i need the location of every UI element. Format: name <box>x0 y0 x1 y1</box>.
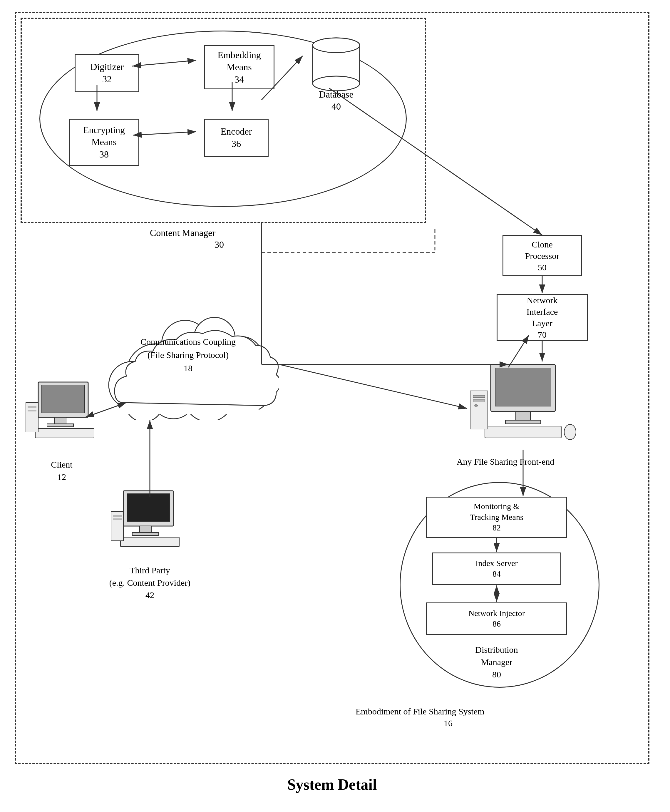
encoder-box: Encoder 36 <box>204 119 269 157</box>
digitizer-box: Digitizer 32 <box>74 54 139 92</box>
svg-rect-14 <box>473 400 485 402</box>
network-injector-box: Network Injector 86 <box>426 602 567 635</box>
third-party-computer <box>109 488 191 558</box>
svg-rect-35 <box>28 410 36 411</box>
clone-processor-num: 50 <box>538 262 546 273</box>
distribution-manager-label: DistributionManager 80 <box>420 644 573 681</box>
svg-rect-13 <box>473 395 485 398</box>
encrypting-means-box: EncryptingMeans 38 <box>69 119 139 166</box>
svg-point-3 <box>313 38 360 52</box>
encoder-num: 36 <box>232 138 241 150</box>
svg-rect-7 <box>495 368 551 406</box>
svg-point-15 <box>475 404 477 407</box>
network-injector-num: 86 <box>492 619 501 629</box>
any-file-sharing-label: Any File Sharing Front-end <box>450 455 561 468</box>
embodiment-label: Embodiment of File Sharing System <box>355 705 484 718</box>
svg-rect-34 <box>28 406 36 408</box>
svg-rect-37 <box>127 494 170 522</box>
network-injector-label: Network Injector <box>469 608 525 619</box>
index-server-num: 84 <box>492 568 501 579</box>
communications-coupling-label: Communications Coupling(File Sharing Pro… <box>140 337 236 360</box>
svg-rect-43 <box>113 518 122 520</box>
svg-rect-31 <box>47 424 73 427</box>
monitoring-tracking-num: 82 <box>492 523 501 533</box>
clone-processor-label: CloneProcessor <box>525 239 560 262</box>
index-server-box: Index Server 84 <box>432 553 561 585</box>
nil-label: NetworkInterfaceLayer <box>526 294 558 329</box>
svg-rect-10 <box>485 426 561 438</box>
embodiment-num: 16 <box>444 717 453 729</box>
third-party-label: Third Party(e.g. Content Provider) 42 <box>88 564 211 601</box>
svg-rect-9 <box>506 420 541 424</box>
svg-rect-38 <box>140 526 151 533</box>
embedding-means-num: 34 <box>235 73 244 86</box>
client-label: Client 12 <box>38 458 85 483</box>
page-title: System Detail <box>15 776 650 793</box>
content-manager-label: Content Manager <box>150 226 215 240</box>
digitizer-num: 32 <box>102 73 112 86</box>
svg-rect-39 <box>132 533 159 535</box>
client-computer <box>24 379 106 450</box>
database-icon: Database 40 <box>310 36 363 95</box>
svg-rect-32 <box>35 428 94 438</box>
content-manager-num: 30 <box>215 238 224 251</box>
database-num: 40 <box>332 101 341 112</box>
encrypting-means-num: 38 <box>99 149 109 161</box>
nil-num: 70 <box>538 329 546 340</box>
index-server-label: Index Server <box>475 558 518 568</box>
svg-rect-8 <box>516 411 530 420</box>
svg-rect-40 <box>120 537 179 546</box>
file-sharing-computer <box>467 362 579 450</box>
monitoring-tracking-box: Monitoring &Tracking Means 82 <box>426 497 567 538</box>
embedding-means-label: EmbeddingMeans <box>217 49 261 73</box>
svg-rect-30 <box>54 417 66 424</box>
encoder-label: Encoder <box>221 125 252 138</box>
encrypting-means-label: EncryptingMeans <box>83 124 125 149</box>
communications-coupling-num: 18 <box>184 363 193 373</box>
content-manager-box: Digitizer 32 EmbeddingMeans 34 Encryptin… <box>20 18 426 223</box>
clone-processor-box: CloneProcessor 50 <box>503 235 582 276</box>
svg-rect-29 <box>42 385 85 413</box>
network-interface-layer-box: NetworkInterfaceLayer 70 <box>497 294 588 341</box>
svg-point-11 <box>564 425 576 440</box>
svg-rect-42 <box>113 515 122 517</box>
digitizer-label: Digitizer <box>90 61 124 73</box>
monitoring-tracking-label: Monitoring &Tracking Means <box>470 501 523 523</box>
database-label: Database <box>319 89 353 100</box>
embedding-means-box: EmbeddingMeans 34 <box>204 45 274 89</box>
communications-coupling-cloud: Communications Coupling(File Sharing Pro… <box>97 291 279 420</box>
